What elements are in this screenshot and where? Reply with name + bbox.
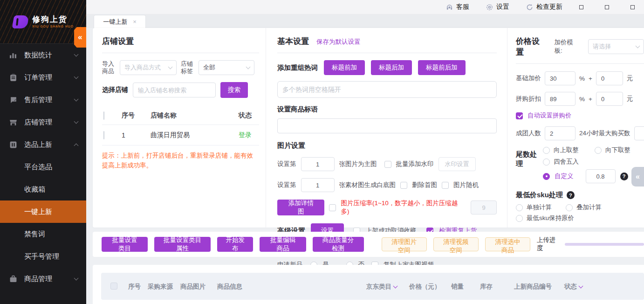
min-sku-single-label: 单独计算 xyxy=(527,203,552,212)
random-image-label: 图片随机 xyxy=(453,181,479,189)
save-default-link[interactable]: 保存为默认设置 xyxy=(316,38,361,46)
base-markup-percent-input[interactable] xyxy=(545,71,575,85)
base-markup-label: 基础加价 xyxy=(516,74,541,83)
delete-first-checkbox[interactable] xyxy=(400,182,407,189)
window-control-3[interactable] xyxy=(630,5,635,9)
clean-video-space-button[interactable]: 清理视频空间 xyxy=(433,237,479,251)
chevron-down-icon xyxy=(74,276,79,281)
import-method-placeholder: 导入商品方式 xyxy=(124,63,161,72)
window-control-2[interactable] xyxy=(605,5,609,9)
sidebar-item-one-click-listing[interactable]: 一键上新 xyxy=(0,200,86,223)
title-append-button[interactable]: 标题后加 xyxy=(371,60,412,75)
th-sales: 销量 xyxy=(451,283,464,291)
sidebar-item-shop-management[interactable]: 店铺管理 xyxy=(0,111,86,133)
chevron-down-icon xyxy=(579,283,583,288)
main-image-index-input[interactable] xyxy=(301,157,335,171)
settings-button[interactable]: 设置 xyxy=(486,3,509,11)
min-sku-single-radio[interactable] xyxy=(516,204,523,211)
sidebar-item-after-sales[interactable]: 售后管理 xyxy=(0,89,86,111)
sidebar-item-banned-words[interactable]: 禁售词 xyxy=(0,223,86,245)
custom-rounding-input[interactable] xyxy=(586,169,616,183)
product-quality-check-button[interactable]: 商品质量分检测 xyxy=(313,237,364,252)
sidebar-item-label: 选品上新 xyxy=(24,140,52,149)
round-down-radio[interactable] xyxy=(595,147,602,154)
bar-chart-icon xyxy=(9,51,17,59)
white-bg-index-input[interactable] xyxy=(301,178,335,192)
slogan-input[interactable] xyxy=(277,118,497,133)
sidebar-item-data-stats[interactable]: 数据统计 xyxy=(0,44,86,66)
group-size-input[interactable] xyxy=(545,126,575,140)
min-sku-stack-radio[interactable] xyxy=(566,204,573,211)
main-image-prefix: 设置第 xyxy=(277,160,296,168)
watermark-label: 批量添加水印 xyxy=(396,160,434,168)
shop-tag-select[interactable]: 全部 xyxy=(199,60,254,75)
group-discount-amount-input[interactable] xyxy=(596,92,623,106)
max-buy-label: 24小时最大购买数 xyxy=(579,129,630,138)
help-icon[interactable]: ? xyxy=(567,191,575,199)
compress-checkbox[interactable] xyxy=(329,204,336,211)
gear-icon xyxy=(486,4,493,11)
batch-set-category-button[interactable]: 批量设置类目 xyxy=(102,237,148,252)
column-index: 序号 xyxy=(122,111,151,120)
sidebar-item-platform-selection[interactable]: 平台选品 xyxy=(0,156,86,178)
row-checkbox[interactable] xyxy=(103,131,104,139)
sidebar-item-favorites[interactable]: 收藏箱 xyxy=(0,178,86,200)
sidebar-item-product-selection[interactable]: 选品上新 xyxy=(0,133,86,156)
auto-group-price-checkbox[interactable] xyxy=(516,112,523,119)
clean-image-space-button[interactable]: 清理图片空间 xyxy=(382,237,427,251)
batch-set-category-attr-button[interactable]: 批量设置类目属性 xyxy=(154,237,211,252)
min-sku-stack-label: 叠加计算 xyxy=(576,203,602,212)
shop-tip-text: 提示：上新前，打开店铺后台，重新登录店铺，能有效提高上新成功率。 xyxy=(102,151,259,171)
title-both-button[interactable]: 标题前后加 xyxy=(418,60,466,75)
panel-collapse-button[interactable]: « xyxy=(631,167,644,187)
sidebar-collapse-button[interactable]: « xyxy=(74,27,86,48)
compress-ratio-input[interactable] xyxy=(471,200,497,214)
tab-one-click-listing[interactable]: 一键上新 × xyxy=(94,15,146,28)
round-up-radio[interactable] xyxy=(543,147,550,154)
hotword-input[interactable] xyxy=(277,81,497,98)
watermark-checkbox[interactable] xyxy=(384,161,391,168)
chevron-down-icon xyxy=(74,52,79,57)
random-image-checkbox[interactable] xyxy=(442,182,449,189)
product-table-header: 序号 采购来源 商品图片 商品信息 京东类目 价格（元） 销量 库存 上新商品编… xyxy=(101,273,644,300)
headset-icon xyxy=(446,4,453,11)
group-discount-percent-input[interactable] xyxy=(545,92,575,106)
sidebar-item-product-management[interactable]: 商品管理 xyxy=(0,268,86,290)
login-link[interactable]: 登录 xyxy=(239,131,259,139)
start-publish-button[interactable]: 开始发布 xyxy=(217,237,253,252)
sidebar-item-order-management[interactable]: 订单管理 xyxy=(0,66,86,89)
watermark-settings-button[interactable]: 水印设置 xyxy=(438,157,476,171)
row-shop-name: 曲溪日用贸易 xyxy=(151,131,239,139)
search-button[interactable]: 搜索 xyxy=(220,82,248,98)
shop-table-header: 序号 店铺名称 状态 xyxy=(102,106,259,125)
markup-template-select[interactable]: 请选择 xyxy=(588,39,644,54)
min-sku-keep-radio[interactable] xyxy=(516,215,523,222)
window-control-1[interactable] xyxy=(579,5,583,9)
check-update-label: 检查更新 xyxy=(536,3,562,11)
max-buy-input[interactable] xyxy=(634,126,644,140)
select-all-checkbox[interactable] xyxy=(103,111,104,120)
import-method-select[interactable]: 导入商品方式 xyxy=(120,60,177,75)
title-prepend-button[interactable]: 标题前加 xyxy=(324,60,365,75)
check-update-button[interactable]: 检查更新 xyxy=(526,3,562,11)
base-markup-amount-input[interactable] xyxy=(596,71,623,85)
add-detail-image-button[interactable]: 添加详情图 xyxy=(277,200,324,215)
round-custom-radio[interactable] xyxy=(543,173,550,180)
column-status: 状态 xyxy=(239,111,259,120)
sidebar-item-buyer-account-management[interactable]: 买手号管理 xyxy=(0,245,86,268)
sidebar-item-label: 售后管理 xyxy=(24,96,52,104)
th-jd-category[interactable]: 京东类目 xyxy=(366,283,397,291)
help-icon[interactable]: ? xyxy=(620,173,628,180)
price-settings-section: 价格设置 加价模板: 请选择 基础加价 % + 元 拼购折扣 % + 元 自动设… xyxy=(507,28,644,228)
clean-selected-button[interactable]: 清理选中商品 xyxy=(485,237,530,251)
batch-edit-product-button[interactable]: 批量编辑商品 xyxy=(260,237,306,252)
customer-service-button[interactable]: 客服 xyxy=(446,3,469,11)
shop-table-row: 1 曲溪日用贸易 登录 xyxy=(102,125,259,145)
table-select-all-checkbox[interactable] xyxy=(110,283,117,290)
th-status[interactable]: 状态 xyxy=(564,283,582,291)
round-half-radio[interactable] xyxy=(543,159,550,166)
logo-icon xyxy=(12,15,29,28)
percent-sign: % xyxy=(579,96,585,103)
tab-close-icon[interactable]: × xyxy=(133,18,137,25)
shop-search-input[interactable] xyxy=(133,83,216,97)
